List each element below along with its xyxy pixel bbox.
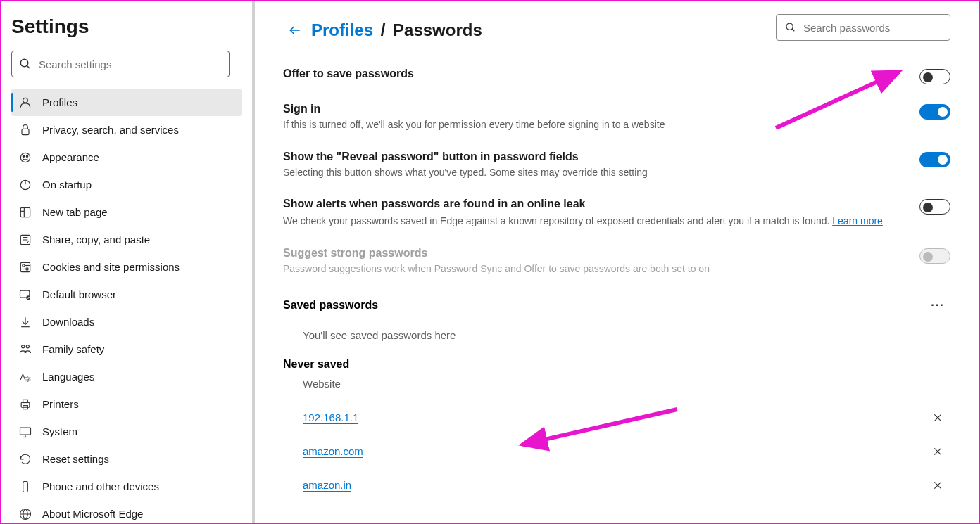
nav-label: Privacy, search, and services <box>42 124 179 136</box>
nav-icon: A字 <box>18 370 32 384</box>
setting-desc: Password suggestions work when Password … <box>283 262 905 276</box>
nav-icon <box>18 507 32 521</box>
breadcrumb-current: Passwords <box>393 20 482 39</box>
never-saved-link[interactable]: 192.168.1.1 <box>303 411 358 424</box>
svg-rect-32 <box>23 481 28 492</box>
learn-more-link[interactable]: Learn more <box>832 215 883 229</box>
setting-title: Offer to save passwords <box>283 68 905 80</box>
search-icon <box>19 58 32 70</box>
search-icon <box>785 21 796 34</box>
remove-button[interactable] <box>928 442 948 461</box>
nav-icon <box>18 288 32 302</box>
search-passwords-box[interactable] <box>776 14 950 41</box>
nav-icon <box>18 480 32 494</box>
setting-desc: Selecting this button shows what you've … <box>283 166 905 180</box>
sidebar-item-new-tab-page[interactable]: New tab page <box>11 198 242 226</box>
remove-button[interactable] <box>928 408 948 428</box>
main-content: Profiles / Passwords Offer to save passw… <box>255 1 979 523</box>
sidebar-item-share-copy-and-paste[interactable]: Share, copy, and paste <box>11 226 242 253</box>
nav-icon <box>18 233 32 247</box>
sidebar-item-downloads[interactable]: Downloads <box>11 308 242 336</box>
sidebar-item-privacy-search-and-services[interactable]: Privacy, search, and services <box>11 116 242 143</box>
sidebar-item-cookies-and-site-permissions[interactable]: Cookies and site permissions <box>11 253 242 281</box>
setting-title: Suggest strong passwords <box>283 247 905 260</box>
svg-rect-27 <box>23 400 28 402</box>
nav-icon <box>18 96 32 110</box>
svg-point-4 <box>20 153 30 162</box>
never-saved-row: amazon.in <box>283 468 950 502</box>
svg-point-23 <box>26 345 29 347</box>
remove-button[interactable] <box>928 475 948 495</box>
setting-desc: We check your passwords saved in Edge ag… <box>283 213 905 229</box>
toggle[interactable] <box>919 104 950 120</box>
sidebar-item-printers[interactable]: Printers <box>11 390 242 418</box>
nav-icon <box>18 178 32 192</box>
sidebar-item-family-safety[interactable]: Family safety <box>11 336 242 363</box>
saved-passwords-title: Saved passwords <box>283 299 925 312</box>
svg-rect-26 <box>21 402 30 407</box>
sidebar-item-languages[interactable]: A字Languages <box>11 363 242 390</box>
nav-icon <box>18 452 32 466</box>
more-options-button[interactable]: ··· <box>925 293 950 318</box>
sidebar-item-profiles[interactable]: Profiles <box>11 89 242 116</box>
never-saved-row: amazon.com <box>283 435 950 468</box>
svg-point-14 <box>23 264 25 266</box>
search-passwords-input[interactable] <box>803 22 941 34</box>
sidebar-item-about-microsoft-edge[interactable]: About Microsoft Edge <box>11 500 242 523</box>
svg-point-22 <box>22 345 25 347</box>
toggle <box>919 248 950 264</box>
svg-rect-13 <box>20 262 30 271</box>
settings-sidebar: Settings ProfilesPrivacy, search, and se… <box>1 1 255 523</box>
nav-icon <box>18 205 32 219</box>
never-saved-col-header: Website <box>283 378 950 390</box>
nav-label: Printers <box>42 398 79 410</box>
nav-icon <box>18 425 32 439</box>
breadcrumb: Profiles / Passwords <box>311 20 482 40</box>
nav-icon <box>18 315 32 329</box>
sidebar-item-on-startup[interactable]: On startup <box>11 171 242 198</box>
nav-label: Share, copy, and paste <box>42 234 150 245</box>
setting-row: Sign inIf this is turned off, we'll ask … <box>283 97 950 145</box>
sidebar-item-system[interactable]: System <box>11 418 242 445</box>
never-saved-link[interactable]: amazon.com <box>303 445 363 458</box>
setting-title: Sign in <box>283 103 905 115</box>
svg-rect-9 <box>20 207 30 217</box>
back-button[interactable] <box>283 18 307 42</box>
never-saved-link[interactable]: amazon.in <box>303 479 351 492</box>
nav-icon <box>18 123 32 137</box>
search-settings-input[interactable] <box>39 58 222 70</box>
nav-label: About Microsoft Edge <box>42 508 143 520</box>
nav-label: Profiles <box>42 96 77 108</box>
svg-point-15 <box>26 267 28 269</box>
sidebar-item-phone-and-other-devices[interactable]: Phone and other devices <box>11 473 242 500</box>
setting-title: Show alerts when passwords are found in … <box>283 198 905 210</box>
sidebar-item-reset-settings[interactable]: Reset settings <box>11 445 242 473</box>
nav-label: Downloads <box>42 316 94 328</box>
svg-line-37 <box>792 29 794 31</box>
nav-label: Default browser <box>42 288 116 300</box>
setting-row: Show the "Reveal password" button in pas… <box>283 145 950 193</box>
never-saved-title: Never saved <box>283 358 950 371</box>
nav-icon <box>18 397 32 411</box>
settings-title: Settings <box>11 15 242 38</box>
svg-rect-3 <box>22 129 29 134</box>
sidebar-item-default-browser[interactable]: Default browser <box>11 281 242 308</box>
toggle[interactable] <box>919 152 950 167</box>
toggle[interactable] <box>919 199 950 215</box>
breadcrumb-parent[interactable]: Profiles <box>311 20 373 39</box>
nav-icon <box>18 260 32 274</box>
svg-point-2 <box>23 98 28 103</box>
nav-label: Reset settings <box>42 453 109 465</box>
svg-point-5 <box>23 155 25 158</box>
setting-title: Show the "Reveal password" button in pas… <box>283 151 905 163</box>
svg-line-1 <box>27 65 30 68</box>
never-saved-row: 192.168.1.1 <box>283 401 950 435</box>
search-settings-box[interactable] <box>11 51 230 77</box>
sidebar-item-appearance[interactable]: Appearance <box>11 143 242 171</box>
toggle[interactable] <box>919 69 950 84</box>
setting-desc: If this is turned off, we'll ask you for… <box>283 118 905 132</box>
saved-passwords-empty: You'll see saved passwords here <box>283 318 950 354</box>
svg-rect-29 <box>20 428 31 435</box>
setting-row: Suggest strong passwordsPassword suggest… <box>283 241 950 289</box>
nav-label: Appearance <box>42 151 99 163</box>
